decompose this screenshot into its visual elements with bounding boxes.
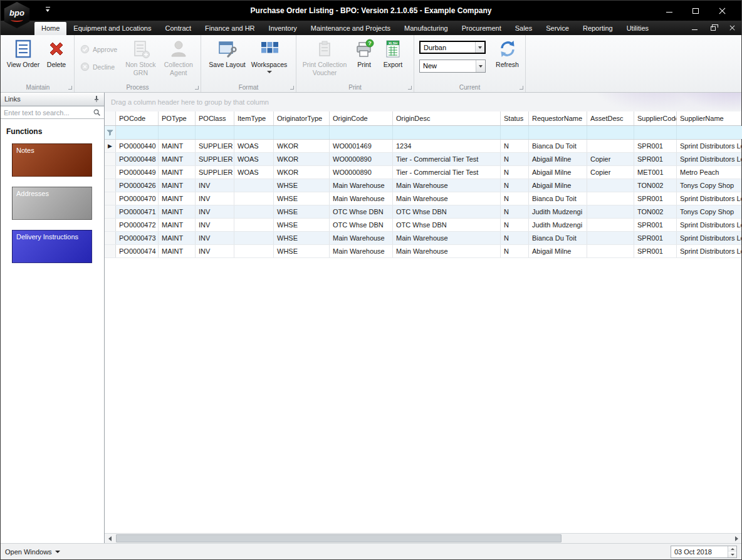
dialog-launcher-icon[interactable] (195, 86, 199, 90)
tab-inventory[interactable]: Inventory (262, 22, 304, 35)
column-header-suppliercode[interactable]: SupplierCode (634, 111, 677, 125)
cell-pocode[interactable]: PO0000471 (116, 205, 159, 218)
filter-cell-origincode[interactable] (330, 126, 393, 139)
cell-origincode[interactable]: Main Warehouse (330, 179, 393, 192)
non-stock-grn-button[interactable]: Non Stock GRN (122, 37, 159, 82)
mdi-close-button[interactable] (728, 23, 736, 32)
chevron-down-icon[interactable] (475, 42, 484, 53)
cell-suppliercode[interactable]: SPR001 (634, 245, 677, 257)
cell-suppliercode[interactable]: TON002 (634, 179, 677, 192)
cell-itemtype[interactable]: WOAS (234, 166, 274, 179)
cell-requestorname[interactable]: Bianca Du Toit (529, 140, 587, 152)
cell-suppliername[interactable]: Metro Peach (677, 166, 741, 179)
cell-assetdesc[interactable] (587, 205, 634, 218)
cell-status[interactable]: N (501, 245, 529, 257)
tab-procurement[interactable]: Procurement (455, 22, 508, 35)
cell-potype[interactable]: MAINT (159, 153, 196, 165)
cell-pocode[interactable]: PO0000472 (116, 219, 159, 231)
cell-potype[interactable]: MAINT (159, 140, 196, 152)
column-header-status[interactable]: Status (501, 111, 529, 125)
column-header-assetdesc[interactable]: AssetDesc (587, 111, 634, 125)
cell-itemtype[interactable]: WOAS (234, 140, 274, 152)
filter-cell-assetdesc[interactable] (587, 126, 634, 139)
column-header-requestorname[interactable]: RequestorName (529, 111, 587, 125)
cell-origincode[interactable]: WO0000890 (330, 166, 393, 179)
cell-suppliercode[interactable]: SPR001 (634, 192, 677, 205)
cell-assetdesc[interactable] (587, 232, 634, 244)
cell-itemtype[interactable] (234, 232, 274, 244)
cell-origincode[interactable]: OTC Whse DBN (330, 205, 393, 218)
horizontal-scrollbar[interactable] (105, 533, 741, 543)
dialog-launcher-icon[interactable] (290, 86, 294, 90)
cell-suppliername[interactable]: Sprint Distributors Lo (677, 232, 741, 244)
delete-button[interactable]: Delete (42, 37, 71, 82)
cell-origincode[interactable]: WO0001469 (330, 140, 393, 152)
tab-manufacturing[interactable]: Manufacturing (397, 22, 455, 35)
cell-poclass[interactable]: INV (196, 245, 234, 257)
row-selector[interactable] (105, 153, 116, 165)
tab-finance-and-hr[interactable]: Finance and HR (198, 22, 262, 35)
cell-origincode[interactable]: OTC Whse DBN (330, 219, 393, 231)
cell-assetdesc[interactable]: Copier (587, 166, 634, 179)
cell-pocode[interactable]: PO0000448 (116, 153, 159, 165)
tab-contract[interactable]: Contract (159, 22, 199, 35)
print-button[interactable]: ? Print (350, 37, 378, 82)
row-selector[interactable] (105, 179, 116, 192)
spin-up-button[interactable] (728, 546, 736, 552)
table-row[interactable]: PO0000449MAINTSUPPLIERWOASWKORWO0000890T… (105, 166, 741, 179)
date-editor[interactable]: 03 Oct 2018 (671, 546, 737, 558)
row-selector[interactable] (105, 166, 116, 179)
row-selector[interactable] (105, 232, 116, 244)
cell-origindesc[interactable]: 1234 (393, 140, 501, 152)
table-row[interactable]: ▶PO0000440MAINTSUPPLIERWOASWKORWO0001469… (105, 140, 741, 153)
cell-poclass[interactable]: SUPPLIER (196, 153, 234, 165)
cell-requestorname[interactable]: Judith Mudzengi (529, 219, 587, 231)
scroll-left-button[interactable] (105, 534, 115, 543)
cell-origindesc[interactable]: Tier - Commercial Tier Test (393, 166, 501, 179)
cell-itemtype[interactable]: WOAS (234, 153, 274, 165)
cell-suppliername[interactable]: Sprint Distributors Lo (677, 219, 741, 231)
view-order-button[interactable]: View Order (4, 37, 42, 82)
cell-potype[interactable]: MAINT (159, 245, 196, 257)
table-row[interactable]: PO0000426MAINTINVWHSEMain WarehouseMain … (105, 179, 741, 192)
table-row[interactable]: PO0000474MAINTINVWHSEMain WarehouseMain … (105, 245, 741, 258)
cell-requestorname[interactable]: Abigail Milne (529, 179, 587, 192)
cell-originatortype[interactable]: WHSE (274, 219, 330, 231)
cell-suppliercode[interactable]: TON002 (634, 205, 677, 218)
cell-assetdesc[interactable] (587, 140, 634, 152)
pin-icon[interactable] (93, 95, 100, 103)
cell-itemtype[interactable] (234, 245, 274, 257)
dialog-launcher-icon[interactable] (408, 86, 412, 90)
cell-suppliername[interactable]: Sprint Distributors Lo (677, 153, 741, 165)
cell-status[interactable]: N (501, 232, 529, 244)
table-row[interactable]: PO0000448MAINTSUPPLIERWOASWKORWO0000890T… (105, 153, 741, 166)
site-combobox[interactable]: Durban (419, 41, 486, 54)
cell-assetdesc[interactable] (587, 192, 634, 205)
cell-originatortype[interactable]: WHSE (274, 205, 330, 218)
filter-cell-pocode[interactable] (116, 126, 159, 139)
tab-service[interactable]: Service (539, 22, 576, 35)
cell-potype[interactable]: MAINT (159, 166, 196, 179)
cell-origindesc[interactable]: Main Warehouse (393, 179, 501, 192)
cell-poclass[interactable]: INV (196, 219, 234, 231)
tab-equipment-and-locations[interactable]: Equipment and Locations (66, 22, 158, 35)
cell-requestorname[interactable]: Bianca Du Toit (529, 232, 587, 244)
cell-poclass[interactable]: INV (196, 232, 234, 244)
approve-button[interactable]: Approve (77, 43, 120, 56)
cell-pocode[interactable]: PO0000473 (116, 232, 159, 244)
cell-assetdesc[interactable]: Copier (587, 153, 634, 165)
cell-pocode[interactable]: PO0000470 (116, 192, 159, 205)
table-row[interactable]: PO0000470MAINTINVWHSEMain WarehouseMain … (105, 192, 741, 205)
cell-pocode[interactable]: PO0000426 (116, 179, 159, 192)
cell-origindesc[interactable]: OTC Whse DBN (393, 205, 501, 218)
cell-origindesc[interactable]: Main Warehouse (393, 192, 501, 205)
cell-originatortype[interactable]: WKOR (274, 166, 330, 179)
cell-status[interactable]: N (501, 153, 529, 165)
cell-status[interactable]: N (501, 192, 529, 205)
cell-potype[interactable]: MAINT (159, 219, 196, 231)
filter-cell-suppliername[interactable] (677, 126, 742, 139)
tab-maintenance-and-projects[interactable]: Maintenance and Projects (304, 22, 397, 35)
cell-itemtype[interactable] (234, 179, 274, 192)
decline-button[interactable]: Decline (77, 60, 120, 73)
table-row[interactable]: PO0000473MAINTINVWHSEMain WarehouseMain … (105, 232, 741, 245)
